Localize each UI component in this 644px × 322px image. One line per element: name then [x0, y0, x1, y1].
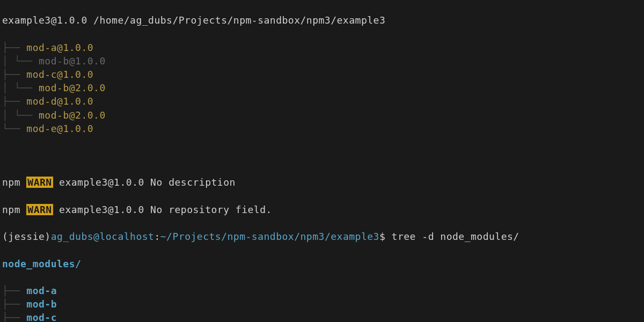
prompt-dollar: $: [379, 231, 392, 242]
package-name: mod-c@1.0.0: [26, 69, 93, 80]
dir-tree-row: ├── mod-a: [2, 284, 642, 297]
tree-branch-icon: │ └──: [2, 109, 39, 121]
dir-name: node_modules/: [2, 258, 81, 269]
prompt-distro: (jessie): [2, 231, 51, 242]
terminal-output: example3@1.0.0 /home/ag_dubs/Projects/np…: [0, 0, 644, 322]
warn-message: example3@1.0.0 No repository field.: [59, 204, 272, 215]
package-name: mod-e@1.0.0: [26, 123, 93, 134]
tree-output: ├── mod-a├── mod-b├── mod-c│ └── node_mo…: [2, 284, 642, 322]
prompt-path: ~/Projects/npm-sandbox/npm3/example3: [160, 231, 379, 242]
ls-tree-row: └── mod-e@1.0.0: [2, 122, 642, 135]
ls-tree-row: │ └── mod-b@1.0.0: [2, 54, 642, 68]
ls-tree-row: │ └── mod-b@2.0.0: [2, 108, 642, 122]
package-name: mod-d@1.0.0: [26, 96, 93, 107]
tree-branch-icon: ├──: [2, 96, 26, 107]
warn-message: example3@1.0.0 No description: [59, 177, 236, 188]
npm-ls-header: example3@1.0.0 /home/ag_dubs/Projects/np…: [2, 13, 642, 27]
dir-name: mod-c: [26, 312, 57, 322]
ls-tree-row: ├── mod-a@1.0.0: [2, 41, 642, 54]
package-name: mod-a@1.0.0: [26, 42, 93, 53]
tree-branch-icon: └──: [2, 123, 26, 134]
tree-branch-icon: ├──: [2, 42, 26, 53]
npm-label: npm: [2, 204, 20, 215]
dir-tree-row: ├── mod-c: [2, 311, 642, 322]
tree-branch-icon: │ └──: [2, 82, 39, 93]
ls-tree-row: ├── mod-c@1.0.0: [2, 68, 642, 81]
package-name: mod-b@2.0.0: [39, 82, 106, 93]
npm-label: npm: [2, 177, 20, 188]
tree-branch-icon: ├──: [2, 312, 26, 322]
shell-prompt-line[interactable]: (jessie)ag_dubs@localhost:~/Projects/npm…: [2, 230, 642, 243]
tree-branch-icon: ├──: [2, 69, 26, 80]
dir-name: mod-b: [26, 298, 57, 310]
dir-name: mod-a: [26, 285, 57, 296]
prompt-user: ag_dubs@localhost: [51, 231, 155, 242]
command-input[interactable]: tree -d node_modules/: [392, 231, 519, 242]
tree-root: node_modules/: [2, 257, 642, 270]
package-name: mod-b@1.0.0: [39, 55, 106, 67]
dir-tree-row: ├── mod-b: [2, 297, 642, 311]
npm-ls-tree: ├── mod-a@1.0.0│ └── mod-b@1.0.0├── mod-…: [2, 41, 642, 135]
tree-branch-icon: │ └──: [2, 55, 39, 67]
npm-warn-line-1: npm WARN example3@1.0.0 No description: [2, 175, 642, 189]
npm-warn-line-2: npm WARN example3@1.0.0 No repository fi…: [2, 203, 642, 216]
ls-tree-row: │ └── mod-b@2.0.0: [2, 81, 642, 94]
package-name: mod-b@2.0.0: [39, 109, 106, 121]
tree-branch-icon: ├──: [2, 298, 26, 310]
tree-branch-icon: ├──: [2, 285, 26, 296]
blank-line: [2, 149, 642, 162]
warn-badge: WARN: [26, 204, 53, 215]
warn-badge: WARN: [26, 177, 53, 188]
ls-tree-row: ├── mod-d@1.0.0: [2, 94, 642, 108]
prompt-sep: :: [154, 231, 160, 242]
